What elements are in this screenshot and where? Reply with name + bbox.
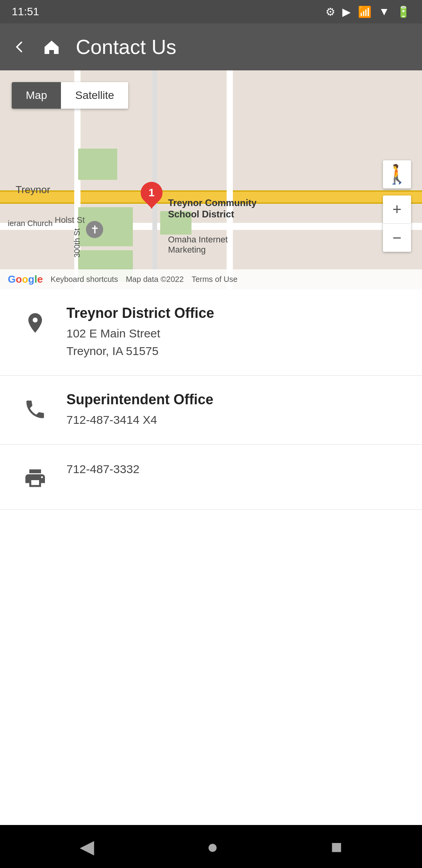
fax-contact-item[interactable]: 712-487-3332 bbox=[0, 445, 422, 510]
streetview-button[interactable]: 🚶 bbox=[383, 160, 411, 188]
status-icons: ⚙ ▶ 📶 ▼ 🔋 bbox=[325, 5, 410, 18]
nav-bar: ◀ ● ■ bbox=[0, 825, 422, 868]
phone-title: Superintendent Office bbox=[66, 391, 213, 408]
person-icon: 🚶 bbox=[385, 163, 409, 185]
zoom-out-button[interactable]: − bbox=[383, 224, 411, 252]
map-container[interactable]: Treynor Holst St Treynor CommunitySchool… bbox=[0, 70, 422, 289]
fax-icon bbox=[20, 463, 51, 494]
map-footer: Google Keyboard shortcuts Map data ©2022… bbox=[0, 269, 422, 289]
map-label-300: 300th St bbox=[73, 228, 82, 258]
map-label-district: Treynor CommunitySchool District bbox=[168, 197, 257, 220]
location-pin-icon bbox=[20, 307, 51, 339]
toolbar: Contact Us bbox=[0, 23, 422, 70]
fax-number: 712-487-3332 bbox=[66, 460, 139, 478]
page-title: Contact Us bbox=[76, 35, 176, 59]
map-label-holst: Holst St bbox=[55, 215, 85, 225]
address-title: Treynor District Office bbox=[66, 305, 214, 321]
map-type-satellite-button[interactable]: Satellite bbox=[61, 82, 128, 109]
back-button[interactable] bbox=[8, 35, 31, 59]
terms-of-use-link[interactable]: Terms of Use bbox=[191, 275, 238, 284]
zoom-controls[interactable]: + − bbox=[383, 195, 411, 252]
road-vertical-mid bbox=[152, 70, 157, 289]
contact-list: Treynor District Office 102 E Main Stree… bbox=[0, 289, 422, 825]
phone-contact-item[interactable]: Superintendent Office 712-487-3414 X4 bbox=[0, 376, 422, 445]
pin-number: 1 bbox=[148, 187, 155, 199]
pin-circle: 1 bbox=[136, 177, 167, 208]
zoom-in-button[interactable]: + bbox=[383, 195, 411, 224]
status-time: 11:51 bbox=[12, 5, 39, 18]
nav-recents-button[interactable]: ■ bbox=[315, 832, 358, 861]
map-type-map-button[interactable]: Map bbox=[12, 82, 61, 109]
church-icon: ✝ bbox=[86, 221, 103, 238]
google-logo: Google bbox=[8, 273, 43, 285]
status-bar: 11:51 ⚙ ▶ 📶 ▼ 🔋 bbox=[0, 0, 422, 23]
media-icon: ▶ bbox=[342, 5, 351, 18]
address-line1: 102 E Main Street bbox=[66, 325, 214, 342]
settings-icon: ⚙ bbox=[325, 5, 335, 18]
fax-text: 712-487-3332 bbox=[66, 460, 139, 478]
map-label-church: ieran Church bbox=[8, 219, 53, 228]
map-data-label: Map data ©2022 bbox=[126, 275, 184, 284]
battery-icon: 🔋 bbox=[397, 5, 410, 18]
road-vertical-right bbox=[227, 70, 233, 289]
map-label-omaha: Omaha InternetMarketing bbox=[168, 235, 228, 255]
phone-text: Superintendent Office 712-487-3414 X4 bbox=[66, 391, 213, 429]
map-pin[interactable]: 1 bbox=[140, 182, 163, 210]
sim-icon: 📶 bbox=[358, 5, 372, 18]
address-line2: Treynor, IA 51575 bbox=[66, 342, 214, 360]
wifi-icon: ▼ bbox=[379, 5, 390, 18]
nav-back-button[interactable]: ◀ bbox=[64, 832, 110, 861]
map-label-treynor: Treynor bbox=[16, 184, 50, 196]
building-3 bbox=[78, 149, 117, 180]
keyboard-shortcuts-link[interactable]: Keyboard shortcuts bbox=[51, 275, 118, 284]
phone-number: 712-487-3414 X4 bbox=[66, 411, 213, 429]
home-button[interactable] bbox=[39, 34, 64, 59]
nav-home-button[interactable]: ● bbox=[191, 832, 234, 861]
phone-icon bbox=[20, 394, 51, 425]
address-contact-item: Treynor District Office 102 E Main Stree… bbox=[0, 289, 422, 376]
address-text: Treynor District Office 102 E Main Stree… bbox=[66, 305, 214, 360]
map-type-switch[interactable]: Map Satellite bbox=[12, 82, 128, 109]
